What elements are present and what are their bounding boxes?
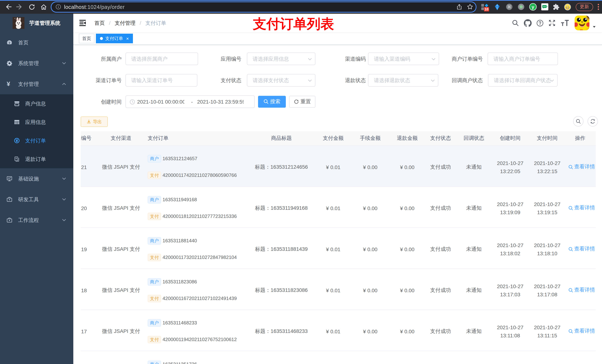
browser-reload-button[interactable] [27,0,37,14]
address-bar[interactable]: localhost:1024/pay/order [52,2,476,12]
sidebar-item-workflow[interactable]: 工作流程 [0,210,73,230]
col-create-time[interactable]: 创建时间 [491,131,530,145]
col-fee[interactable]: 手续金额 [350,131,391,145]
search-button[interactable]: 搜索 [258,96,286,107]
table-row[interactable]: 19 微信 JSAPI 支付 商户1635311881440 支付4200001… [81,228,596,269]
col-order[interactable]: 支付订单 [144,131,246,145]
tag-home[interactable]: 首页 [79,34,94,43]
shop-icon [14,101,20,106]
tag-close-icon[interactable] [126,37,129,40]
view-detail-link[interactable]: 查看详情 [568,164,595,170]
pay-no-line: 支付4200001181202110277723215336 [148,212,243,221]
caret-down-icon[interactable] [592,26,596,28]
cell-refund: ¥ 0.00 [391,310,424,351]
table-row[interactable]: 21 微信 JSAPI 支付 商户1635312124657 支付4200001… [81,145,596,187]
app-select[interactable]: 请选择应用信息 [247,52,315,65]
sidebar-item-refund-order[interactable]: 退款订单 [0,150,73,168]
github-icon[interactable] [523,14,532,32]
cell-action: 查看详情 [565,310,596,351]
browser-menu-kebab-icon[interactable] [596,0,601,14]
view-detail-link[interactable]: 查看详情 [568,328,595,335]
sidebar-item-home[interactable]: 首页 [0,32,73,53]
filter-label-notify-status: 回调商户状态 [452,74,483,86]
refund-status-select[interactable]: 请选择退款状态 [368,74,438,86]
channel-order-no-input[interactable]: 请输入渠道订单号 [125,74,197,86]
table-refresh-button[interactable] [588,116,598,126]
extension-diamond-icon[interactable] [493,0,502,14]
extension-command-icon[interactable]: ⌘ [505,0,514,14]
col-id[interactable]: 编号 [81,131,98,145]
cell-id: 19 [81,228,98,269]
extension-chat-icon[interactable] [540,0,549,14]
fullscreen-icon[interactable] [548,14,557,32]
browser-update-button[interactable]: 更新 [576,3,593,11]
export-button[interactable]: 导出 [81,116,108,127]
view-detail-link[interactable]: 查看详情 [568,205,595,211]
sidebar-toggle-icon[interactable] [79,20,86,26]
extension-smiley-icon[interactable] [563,0,572,14]
avatar[interactable] [574,16,589,30]
merchant-order-no-input[interactable]: 请输入商户订单编号 [488,52,558,65]
notify-status-select[interactable]: 请选择订单回调商户状态 [488,74,558,86]
sidebar-item-payment[interactable]: ¥ 支付管理 [0,74,73,94]
extension-dot-icon[interactable] [516,0,525,14]
extension-tiles-icon[interactable]: 10 [480,0,490,14]
table-search-toggle-button[interactable] [573,116,583,126]
browser-home-button[interactable] [39,0,49,14]
merchant-tag: 商户 [148,319,161,327]
col-notify[interactable]: 回调状态 [457,131,491,145]
pay-status-select[interactable]: 请选择支付状态 [247,74,315,86]
sidebar-item-devtools[interactable]: 研发工具 [0,189,73,210]
sidebar-item-infra[interactable]: 基础设施 [0,168,73,189]
table-row[interactable]: 20 微信 JSAPI 支付 商户1635311949168 支付4200001… [81,187,596,228]
breadcrumb-home[interactable]: 首页 [94,20,105,26]
font-size-icon[interactable] [559,14,570,32]
table-row[interactable]: 17 微信 JSAPI 支付 商户1635311468233 支付4200001… [81,310,596,351]
col-amount[interactable]: 支付金额 [317,131,350,145]
browser-forward-button[interactable] [15,0,24,14]
cell-title: 标题：1635311823086 [246,269,317,310]
col-action[interactable]: 操作 [565,131,596,145]
col-channel[interactable]: 支付渠道 [98,131,144,145]
site-info-icon[interactable] [55,4,61,10]
table-row[interactable]: 18 微信 JSAPI 支付 商户1635311823086 支付4200001… [81,269,596,310]
cell-amount: ¥ 0.01 [317,269,350,310]
col-refund[interactable]: 退款金额 [391,131,424,145]
sidebar-item-app-info[interactable]: 应用信息 [0,113,73,131]
sidebar-item-pay-order[interactable]: 支付订单 [0,131,73,150]
extension-y-icon[interactable]: y [528,0,538,14]
navbar: 首页/支付管理/支付订单 支付订单列表 [73,14,602,32]
header-search-icon[interactable] [511,14,520,32]
help-icon[interactable] [535,14,544,32]
merchant-tag: 商户 [148,237,161,245]
documents-icon [14,156,20,162]
date-end-value[interactable]: 2021-10-31 23:59:59 [197,96,244,107]
url-text[interactable]: localhost:1024/pay/order [64,4,125,10]
tag-pay-order[interactable]: 支付订单 [96,34,133,43]
create-time-range-picker[interactable]: 2021-10-01 00:00:00 - 2021-10-31 23:59:5… [125,95,255,108]
filter-label-merchant: 所属商户 [101,52,122,65]
view-detail-link[interactable]: 查看详情 [568,246,595,252]
cell-fee: ¥ 0.00 [350,187,391,228]
browser-back-button[interactable] [3,0,13,14]
breadcrumb-pay[interactable]: 支付管理 [115,20,136,26]
extensions-puzzle-icon[interactable] [552,0,560,14]
col-pay-time[interactable]: 支付时间 [530,131,565,145]
pay-tag: 支付 [148,254,161,261]
bookmark-star-icon[interactable] [467,4,473,10]
merchant-select[interactable]: 请选择所属商户 [125,52,198,65]
sidebar-item-label: 应用信息 [25,113,46,131]
refresh-icon [590,119,595,124]
share-icon[interactable] [456,4,462,10]
annotation-title: 支付订单列表 [253,15,334,33]
view-detail-link[interactable]: 查看详情 [568,287,595,293]
col-title[interactable]: 商品标题 [246,131,317,145]
logo-row[interactable]: 芋道管理系统 [0,14,73,32]
col-status[interactable]: 支付状态 [424,131,457,145]
sidebar-item-system[interactable]: 系统管理 [0,53,73,74]
cell-fee: ¥ 0.00 [350,228,391,269]
sidebar-item-merchant-info[interactable]: 商户信息 [0,94,73,113]
reset-button[interactable]: 重置 [289,96,315,107]
channel-code-select[interactable]: 请输入渠道编码 [368,52,439,65]
date-start-value[interactable]: 2021-10-01 00:00:00 [137,96,184,107]
